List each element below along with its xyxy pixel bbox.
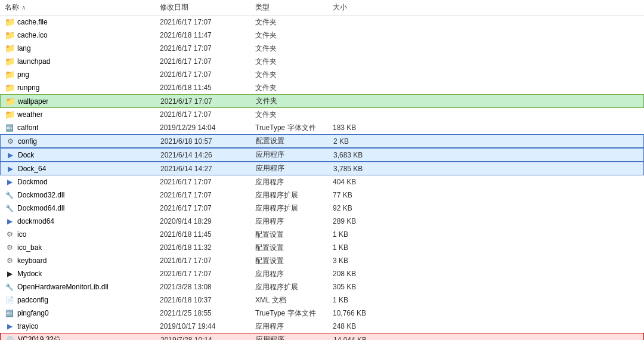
file-date-cell: 2021/6/17 17:07 xyxy=(160,191,255,199)
config-icon: ⚙ xyxy=(5,256,14,265)
file-name-cell: ⚙ ico xyxy=(5,230,160,239)
col-name-header[interactable]: 名称 ∧ xyxy=(5,2,160,13)
file-name-text: runpng xyxy=(17,84,39,92)
table-row[interactable]: ⚙ ico 2021/6/18 11:45 配置设置 1 KB xyxy=(0,228,644,241)
file-type-cell: 应用程序 xyxy=(256,335,333,340)
file-name-text: Dockmod32.dll xyxy=(17,191,64,199)
table-row[interactable]: 📄 padconfig 2021/6/18 10:37 XML 文档 1 KB xyxy=(0,293,644,307)
file-size-cell: 183 KB xyxy=(333,123,392,132)
table-row[interactable]: 🔧 OpenHardwareMonitorLib.dll 2021/3/28 1… xyxy=(0,280,644,293)
file-type-cell: 文件夹 xyxy=(255,44,333,54)
table-row[interactable]: ⚙ keyboard 2021/6/17 17:07 配置设置 3 KB xyxy=(0,254,644,267)
table-row[interactable]: 📁 launchpad 2021/6/17 17:07 文件夹 xyxy=(0,55,644,68)
file-size-cell: 3,683 KB xyxy=(333,151,393,159)
table-row[interactable]: ▶ Dock 2021/6/14 14:26 应用程序 3,683 KB xyxy=(0,148,644,162)
table-row[interactable]: 🔧 Dockmod64.dll 2021/6/17 17:07 应用程序扩展 9… xyxy=(0,202,644,215)
col-type-label: 类型 xyxy=(255,3,270,11)
file-date-cell: 2019/12/29 14:04 xyxy=(160,123,255,132)
file-date-cell: 2021/6/17 17:07 xyxy=(160,270,255,278)
file-name-cell: 🔤 pingfang0 xyxy=(5,308,160,318)
table-row[interactable]: ▶ Dockmod 2021/6/17 17:07 应用程序 404 KB xyxy=(0,175,644,188)
table-row[interactable]: 📁 wallpaper 2021/6/17 17:07 文件夹 xyxy=(0,94,644,108)
file-date-cell: 2021/1/25 18:55 xyxy=(160,309,255,317)
col-date-header[interactable]: 修改日期 xyxy=(160,2,255,13)
file-name-text: cache.ico xyxy=(17,31,48,39)
file-type-cell: TrueType 字体文件 xyxy=(255,308,333,319)
table-row[interactable]: ▶ dockmod64 2020/9/14 18:29 应用程序 289 KB xyxy=(0,215,644,228)
table-row[interactable]: 🔧 Dockmod32.dll 2021/6/17 17:07 应用程序扩展 7… xyxy=(0,188,644,202)
config-icon: ⚙ xyxy=(5,137,15,146)
table-header: 名称 ∧ 修改日期 类型 大小 xyxy=(0,0,644,16)
file-type-cell: 应用程序 xyxy=(255,217,333,227)
table-row[interactable]: 📁 cache.file 2021/6/17 17:07 文件夹 xyxy=(0,16,644,29)
file-size-cell: 305 KB xyxy=(333,283,392,291)
file-date-cell: 2021/6/14 14:27 xyxy=(160,165,256,173)
file-name-cell: 🔤 calfont xyxy=(5,123,160,132)
table-row[interactable]: 📁 weather 2021/6/17 17:07 文件夹 xyxy=(0,108,644,121)
folder-icon: 📁 xyxy=(5,70,14,79)
file-size-cell: 289 KB xyxy=(333,217,392,225)
file-name-cell: 🔧 Dockmod64.dll xyxy=(5,203,160,213)
file-name-cell: 🔧 Dockmod32.dll xyxy=(5,190,160,200)
folder-icon: 📁 xyxy=(5,57,14,66)
file-type-cell: 应用程序 xyxy=(255,269,333,279)
file-name-text: config xyxy=(18,137,37,146)
file-name-cell: 📁 launchpad xyxy=(5,57,160,66)
dll-icon: 🔧 xyxy=(5,282,14,292)
file-date-cell: 2021/6/17 17:07 xyxy=(160,57,255,66)
table-row[interactable]: 🔤 calfont 2019/12/29 14:04 TrueType 字体文件… xyxy=(0,121,644,134)
dll-icon: 🔧 xyxy=(5,190,14,200)
file-type-cell: 文件夹 xyxy=(255,83,333,93)
file-name-text: Dockmod xyxy=(17,178,48,186)
folder-icon: 📁 xyxy=(5,83,14,92)
file-name-cell: ▶ trayico xyxy=(5,322,160,331)
file-date-cell: 2021/6/17 17:07 xyxy=(160,256,255,265)
file-date-cell: 2021/6/18 11:32 xyxy=(160,243,255,252)
table-row[interactable]: 📁 lang 2021/6/17 17:07 文件夹 xyxy=(0,42,644,55)
file-name-text: calfont xyxy=(17,123,38,132)
file-name-cell: 📁 lang xyxy=(5,44,160,53)
file-type-cell: 应用程序扩展 xyxy=(255,203,333,214)
file-name-text: Dock xyxy=(18,151,34,159)
file-size-cell: 248 KB xyxy=(333,322,392,330)
col-size-header[interactable]: 大小 xyxy=(333,2,392,13)
folder-icon: 📁 xyxy=(5,97,15,106)
folder-icon: 📁 xyxy=(5,30,14,40)
file-name-cell: ⚙ keyboard xyxy=(5,256,160,265)
file-size-cell: 3,785 KB xyxy=(333,165,393,173)
file-date-cell: 2021/6/18 10:57 xyxy=(160,137,256,146)
file-name-cell: 📁 wallpaper xyxy=(5,97,160,106)
table-row[interactable]: ⚙ ico_bak 2021/6/18 11:32 配置设置 1 KB xyxy=(0,241,644,254)
file-date-cell: 2021/3/28 13:08 xyxy=(160,283,255,291)
file-type-cell: 配置设置 xyxy=(255,256,333,266)
file-name-cell: 📁 png xyxy=(5,70,160,79)
file-name-cell: ▶ Dock xyxy=(5,150,160,160)
table-row[interactable]: ▶ trayico 2019/10/17 19:44 应用程序 248 KB xyxy=(0,320,644,333)
table-row[interactable]: 📁 cache.ico 2021/6/18 11:47 文件夹 xyxy=(0,29,644,42)
file-type-cell: 应用程序 xyxy=(256,163,333,174)
file-name-text: weather xyxy=(17,110,43,119)
file-name-cell: ▶ Dock_64 xyxy=(5,164,160,174)
file-type-cell: 应用程序 xyxy=(256,150,333,160)
file-size-cell: 1 KB xyxy=(333,230,392,239)
col-type-header[interactable]: 类型 xyxy=(255,2,333,13)
font-icon: 🔤 xyxy=(5,123,14,132)
file-name-text: VC2019 32位 xyxy=(18,335,61,340)
exe-icon: ▶ xyxy=(5,164,15,174)
table-row[interactable]: ▶ Dock_64 2021/6/14 14:27 应用程序 3,785 KB xyxy=(0,162,644,175)
table-row[interactable]: 🔤 pingfang0 2021/1/25 18:55 TrueType 字体文… xyxy=(0,307,644,320)
folder-icon: 📁 xyxy=(5,110,14,119)
table-row[interactable]: ▶ Mydock 2021/6/17 17:07 应用程序 208 KB xyxy=(0,267,644,280)
file-type-cell: 文件夹 xyxy=(255,17,333,27)
file-date-cell: 2021/6/18 11:45 xyxy=(160,84,255,92)
file-date-cell: 2021/6/17 17:07 xyxy=(160,204,255,212)
file-name-text: trayico xyxy=(17,322,38,330)
table-row[interactable]: ⚙ config 2021/6/18 10:57 配置设置 2 KB xyxy=(0,134,644,148)
table-row[interactable]: 💿 VC2019 32位 2019/7/28 10:14 应用程序 14,044… xyxy=(0,333,644,340)
table-row[interactable]: 📁 png 2021/6/17 17:07 文件夹 xyxy=(0,68,644,81)
file-name-text: png xyxy=(17,70,29,79)
table-row[interactable]: 📁 runpng 2021/6/18 11:45 文件夹 xyxy=(0,81,644,94)
file-type-cell: 应用程序 xyxy=(255,322,333,332)
file-type-cell: TrueType 字体文件 xyxy=(255,123,333,133)
file-size-cell: 92 KB xyxy=(333,204,392,212)
